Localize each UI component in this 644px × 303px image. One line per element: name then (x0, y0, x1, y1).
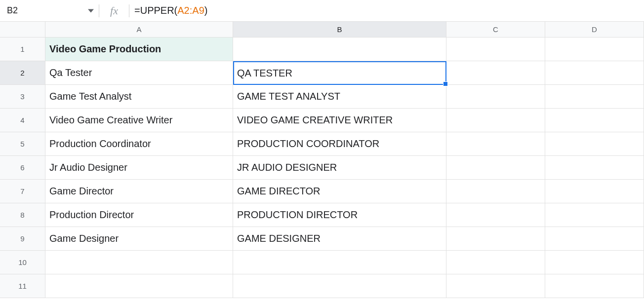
row-4: 4 Video Game Creative Writer VIDEO GAME … (0, 109, 644, 132)
row-header-10[interactable]: 10 (0, 251, 45, 274)
row-1: 1 Video Game Production (0, 38, 644, 61)
cell-D9[interactable] (545, 227, 644, 251)
cell-D4[interactable] (545, 109, 644, 132)
cell-B4[interactable]: VIDEO GAME CREATIVE WRITER (233, 109, 446, 132)
cell-B3[interactable]: GAME TEST ANALYST (233, 85, 446, 109)
cell-A2[interactable]: Qa Tester (45, 61, 233, 85)
cell-A6[interactable]: Jr Audio Designer (45, 156, 233, 180)
cell-B5[interactable]: PRODUCTION COORDINATOR (233, 132, 446, 156)
cell-D1[interactable] (545, 38, 644, 61)
cell-A9[interactable]: Game Designer (45, 227, 233, 251)
cell-B11[interactable] (233, 274, 446, 298)
formula-bar: B2 fx =UPPER(A2:A9) (0, 0, 644, 22)
column-header-D[interactable]: D (545, 22, 644, 38)
cell-A4[interactable]: Video Game Creative Writer (45, 109, 233, 132)
cell-C5[interactable] (446, 132, 545, 156)
cell-A3[interactable]: Game Test Analyst (45, 85, 233, 109)
row-6: 6 Jr Audio Designer JR AUDIO DESIGNER (0, 156, 644, 180)
row-2: 2 Qa Tester QA TESTER (0, 61, 644, 85)
row-header-4[interactable]: 4 (0, 109, 45, 132)
row-header-2[interactable]: 2 (0, 61, 45, 85)
formula-eq: = (134, 5, 140, 16)
cell-C7[interactable] (446, 180, 545, 203)
cell-B2[interactable]: QA TESTER (233, 61, 446, 85)
row-header-8[interactable]: 8 (0, 203, 45, 227)
cell-D2[interactable] (545, 61, 644, 85)
spreadsheet-grid: A B C D 1 Video Game Production 2 Qa Tes… (0, 22, 644, 298)
formula-fn: UPPER (140, 5, 174, 16)
cell-D11[interactable] (545, 274, 644, 298)
cell-C11[interactable] (446, 274, 545, 298)
cell-C4[interactable] (446, 109, 545, 132)
fx-icon[interactable]: fx (99, 4, 129, 17)
formula-close-paren: ) (204, 5, 208, 16)
cell-C9[interactable] (446, 227, 545, 251)
formula-open-paren: ( (174, 5, 178, 16)
cell-D5[interactable] (545, 132, 644, 156)
row-header-1[interactable]: 1 (0, 38, 45, 61)
cell-C10[interactable] (446, 251, 545, 274)
name-box-value: B2 (7, 5, 18, 16)
cell-D3[interactable] (545, 85, 644, 109)
row-header-11[interactable]: 11 (0, 274, 45, 298)
row-9: 9 Game Designer GAME DESIGNER (0, 227, 644, 251)
row-10: 10 (0, 251, 644, 274)
cell-D6[interactable] (545, 156, 644, 180)
column-header-B[interactable]: B (233, 22, 446, 38)
cell-D7[interactable] (545, 180, 644, 203)
cell-A7[interactable]: Game Director (45, 180, 233, 203)
cell-D8[interactable] (545, 203, 644, 227)
row-header-9[interactable]: 9 (0, 227, 45, 251)
row-8: 8 Production Director PRODUCTION DIRECTO… (0, 203, 644, 227)
cell-A10[interactable] (45, 251, 233, 274)
row-7: 7 Game Director GAME DIRECTOR (0, 180, 644, 203)
cell-C3[interactable] (446, 85, 545, 109)
column-header-A[interactable]: A (45, 22, 233, 38)
cell-B6[interactable]: JR AUDIO DESIGNER (233, 156, 446, 180)
row-header-5[interactable]: 5 (0, 132, 45, 156)
select-all-corner[interactable] (0, 22, 45, 38)
name-box[interactable]: B2 (0, 0, 99, 21)
cell-C1[interactable] (446, 38, 545, 61)
row-3: 3 Game Test Analyst GAME TEST ANALYST (0, 85, 644, 109)
cell-A5[interactable]: Production Coordinator (45, 132, 233, 156)
column-headers: A B C D (0, 22, 644, 38)
cell-C6[interactable] (446, 156, 545, 180)
cell-B10[interactable] (233, 251, 446, 274)
dropdown-icon[interactable] (88, 8, 94, 14)
row-header-7[interactable]: 7 (0, 180, 45, 203)
cell-B7[interactable]: GAME DIRECTOR (233, 180, 446, 203)
formula-ref: A2:A9 (177, 5, 204, 16)
row-11: 11 (0, 274, 644, 298)
cell-C2[interactable] (446, 61, 545, 85)
cell-B9[interactable]: GAME DESIGNER (233, 227, 446, 251)
cell-A11[interactable] (45, 274, 233, 298)
cell-D10[interactable] (545, 251, 644, 274)
cell-B1[interactable] (233, 38, 446, 61)
cell-C8[interactable] (446, 203, 545, 227)
row-header-3[interactable]: 3 (0, 85, 45, 109)
formula-input[interactable]: =UPPER(A2:A9) (129, 0, 644, 21)
row-header-6[interactable]: 6 (0, 156, 45, 180)
column-header-C[interactable]: C (446, 22, 545, 38)
row-5: 5 Production Coordinator PRODUCTION COOR… (0, 132, 644, 156)
cell-A8[interactable]: Production Director (45, 203, 233, 227)
cell-B8[interactable]: PRODUCTION DIRECTOR (233, 203, 446, 227)
cell-A1[interactable]: Video Game Production (45, 38, 233, 61)
